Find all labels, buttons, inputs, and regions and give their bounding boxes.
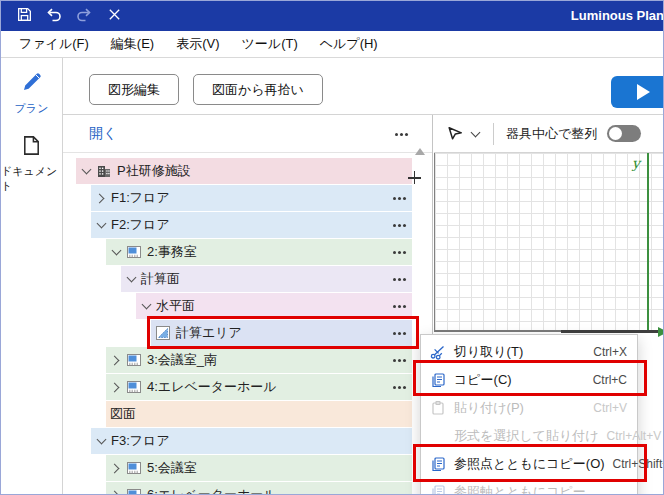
tree-row[interactable]: F1:フロア (91, 185, 412, 211)
rail-label-plan: プラン (15, 101, 49, 116)
chevron-right-icon[interactable] (110, 489, 122, 495)
more-options-icon[interactable] (392, 298, 408, 314)
menu-item-label: 切り取り(T) (454, 343, 523, 361)
select-tool-dropdown[interactable] (446, 123, 481, 145)
more-options-icon[interactable] (392, 190, 408, 206)
menu-bar: ファイル(F) 編集(E) 表示(V) ツール(T) ヘルプ(H) (1, 31, 664, 58)
more-options-icon[interactable] (394, 126, 410, 142)
chevron-down-icon (471, 129, 481, 139)
window-title: Luminous Plan (571, 8, 664, 23)
chevron-right-icon[interactable] (95, 192, 107, 204)
building-icon (96, 163, 113, 179)
menu-item-shortcut: Ctrl+Alt+V (607, 429, 662, 443)
tree-row-label: 計算面 (141, 270, 180, 288)
canvas-grid[interactable]: y (434, 153, 664, 332)
room-icon (126, 487, 143, 495)
rail-tab-document[interactable]: ドキュメント (1, 134, 62, 194)
plan-tree-panel: 開く P社研修施設 F1:フロア F2:フロア 2:事務室 計算面 水平面 (63, 115, 433, 495)
menu-help[interactable]: ヘルプ(H) (310, 32, 388, 56)
tree-row[interactable]: 水平面 (136, 293, 412, 319)
chevron-down-icon[interactable] (110, 246, 122, 258)
redo-button[interactable] (71, 4, 97, 28)
menu-item-shortcut: Ctrl+X (593, 345, 627, 359)
run-button[interactable] (611, 76, 664, 108)
more-options-icon[interactable] (392, 271, 408, 287)
scissors-icon (430, 344, 446, 360)
menu-item-icon (430, 428, 446, 444)
more-options-icon[interactable] (392, 217, 408, 233)
pencil-icon (20, 70, 44, 97)
menu-item-label: 形式を選択して貼り付け (454, 427, 599, 445)
menu-tools[interactable]: ツール(T) (232, 32, 308, 56)
x-axis-line (561, 330, 659, 333)
align-center-toggle[interactable] (607, 125, 641, 142)
context-menu-item[interactable]: 参照軸とともにコピー (421, 478, 637, 495)
tree-row-label: P社研修施設 (117, 162, 191, 180)
tree-row-label: 3:会議室_南 (147, 351, 217, 369)
menu-view[interactable]: 表示(V) (166, 32, 229, 56)
save-button[interactable] (11, 4, 37, 28)
chevron-down-icon[interactable] (95, 219, 107, 231)
rail-tab-plan[interactable]: プラン (1, 70, 62, 116)
rail-label-document: ドキュメント (1, 164, 62, 194)
repick-from-drawing-button[interactable]: 図面から再拾い (193, 74, 323, 105)
x-axis-arrow-icon (658, 327, 664, 337)
open-link[interactable]: 開く (89, 125, 117, 143)
calc-area-icon (155, 325, 172, 341)
chevron-right-icon[interactable] (110, 381, 122, 393)
tree-panel-header: 開く (63, 115, 432, 153)
play-icon (637, 84, 650, 100)
more-options-icon[interactable] (392, 352, 408, 368)
more-options-icon[interactable] (392, 325, 408, 341)
menu-item-label: コピー(C) (454, 371, 512, 389)
tree-row[interactable]: 6:エレベーターホール (106, 482, 412, 495)
context-menu-item[interactable]: コピー(C) Ctrl+C (421, 366, 637, 394)
tree-row-label: 6:エレベーターホール (147, 486, 277, 495)
tree-row[interactable]: 5:会議室 (106, 455, 412, 481)
menu-edit[interactable]: 編集(E) (101, 32, 164, 56)
chevron-down-icon[interactable] (80, 165, 92, 177)
chevron-down-icon[interactable] (125, 273, 137, 285)
context-menu-item[interactable]: 形式を選択して貼り付け Ctrl+Alt+V (421, 422, 637, 450)
toggle-knob (609, 127, 622, 140)
more-options-icon[interactable] (392, 244, 408, 260)
context-menu-item[interactable]: 切り取り(T) Ctrl+X (421, 338, 637, 366)
menu-file[interactable]: ファイル(F) (9, 32, 99, 56)
tree-row-label: 水平面 (156, 297, 195, 315)
context-menu-item[interactable]: 貼り付け(P) Ctrl+V (421, 394, 637, 422)
menu-item-label: 貼り付け(P) (454, 399, 524, 417)
toolbar-separator (493, 123, 494, 145)
tree-row-label: F2:フロア (111, 216, 170, 234)
tree-row[interactable]: 3:会議室_南 (106, 347, 412, 373)
scroll-up-icon[interactable] (415, 148, 425, 155)
redo-icon (75, 6, 93, 27)
context-menu-item[interactable]: 参照点とともにコピー(O) Ctrl+Shift+C (421, 450, 637, 478)
more-options-icon[interactable] (392, 379, 408, 395)
tree-row[interactable]: F3:フロア (91, 428, 412, 454)
tree-row[interactable]: 計算エリア (151, 320, 412, 346)
menu-item-shortcut: Ctrl+C (593, 373, 627, 387)
tree-row-label: F1:フロア (111, 189, 170, 207)
tree-row-label: 4:エレベーターホール (147, 378, 277, 396)
top-toolbar: 図形編集 図面から再拾い (63, 58, 664, 115)
room-icon (126, 379, 143, 395)
chevron-right-icon[interactable] (110, 354, 122, 366)
y-axis-line (647, 153, 649, 330)
tree-row[interactable]: 図面 (106, 401, 412, 427)
tree-row[interactable]: F2:フロア (91, 212, 412, 238)
left-rail: プラン ドキュメント (1, 58, 63, 495)
tree-row[interactable]: 2:事務室 (106, 239, 412, 265)
room-icon (126, 352, 143, 368)
chevron-right-icon[interactable] (110, 462, 122, 474)
close-button[interactable] (101, 4, 127, 28)
undo-button[interactable] (41, 4, 67, 28)
tree-row[interactable]: P社研修施設 (76, 158, 412, 184)
menu-item-shortcut: Ctrl+V (593, 401, 627, 415)
tree-row[interactable]: 4:エレベーターホール (106, 374, 412, 400)
edit-shape-button[interactable]: 図形編集 (89, 74, 179, 105)
tree-row[interactable]: 計算面 (121, 266, 412, 292)
chevron-down-icon[interactable] (140, 300, 152, 312)
y-axis-label: y (632, 155, 640, 171)
menu-item-shortcut: Ctrl+Shift+C (613, 457, 664, 471)
chevron-down-icon[interactable] (95, 435, 107, 447)
